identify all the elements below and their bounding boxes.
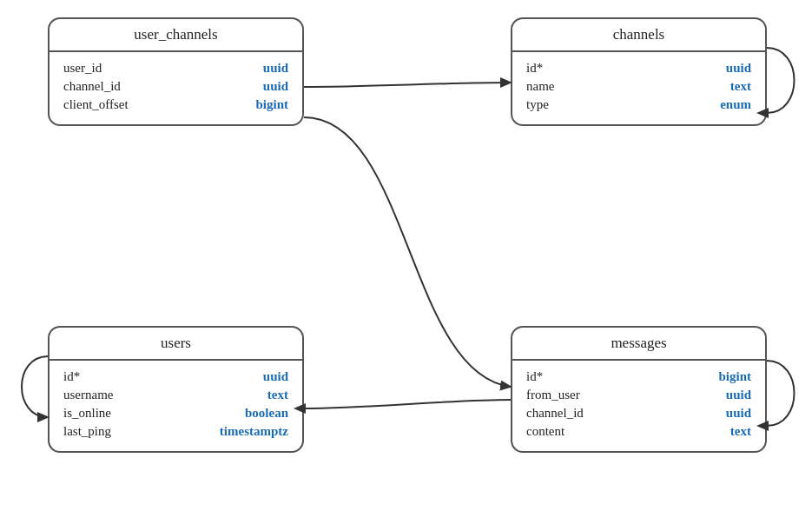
col-type: timestamptz: [220, 424, 288, 439]
arrow-messages-self: [767, 361, 795, 426]
col-name: id*: [63, 369, 113, 384]
col-type: text: [720, 79, 751, 94]
col-name: client_offset: [63, 97, 129, 112]
col-name: id*: [526, 61, 554, 76]
col-type: text: [220, 388, 288, 402]
table-header-user-channels: user_channels: [50, 19, 302, 52]
col-type: uuid: [720, 61, 751, 76]
arrow-user-channels-to-messages: [304, 117, 511, 387]
col-name: username: [63, 388, 113, 402]
col-type: uuid: [255, 79, 288, 94]
col-name: last_ping: [63, 424, 113, 439]
col-name: channel_id: [63, 79, 129, 94]
col-type: enum: [720, 97, 751, 112]
col-name: name: [526, 79, 554, 94]
col-type: bigint: [255, 97, 288, 112]
col-name: id*: [526, 369, 584, 384]
diagram: user_channels user_id channel_id client_…: [0, 0, 812, 531]
col-type: uuid: [220, 369, 288, 384]
col-type: uuid: [718, 388, 751, 402]
table-header-users: users: [50, 328, 302, 361]
col-type: text: [718, 424, 751, 439]
col-type: uuid: [255, 61, 288, 76]
arrow-users-self: [22, 356, 48, 417]
arrow-channels-self: [767, 48, 795, 113]
col-name: is_online: [63, 406, 113, 421]
table-user-channels: user_channels user_id channel_id client_…: [48, 17, 304, 126]
table-header-channels: channels: [512, 19, 765, 52]
table-channels: channels id* name type uuid text enum: [511, 17, 767, 126]
arrow-user-channels-to-channels: [304, 83, 511, 87]
table-users: users id* username is_online last_ping u…: [48, 326, 304, 453]
col-type: boolean: [220, 406, 288, 421]
col-type: bigint: [718, 369, 751, 384]
col-name: type: [526, 97, 554, 112]
table-messages: messages id* from_user channel_id conten…: [511, 326, 767, 453]
arrow-messages-to-users: [304, 400, 511, 408]
col-name: user_id: [63, 61, 129, 76]
col-name: channel_id: [526, 406, 584, 421]
table-header-messages: messages: [512, 328, 765, 361]
col-name: from_user: [526, 388, 584, 402]
col-name: content: [526, 424, 584, 439]
col-type: uuid: [718, 406, 751, 421]
